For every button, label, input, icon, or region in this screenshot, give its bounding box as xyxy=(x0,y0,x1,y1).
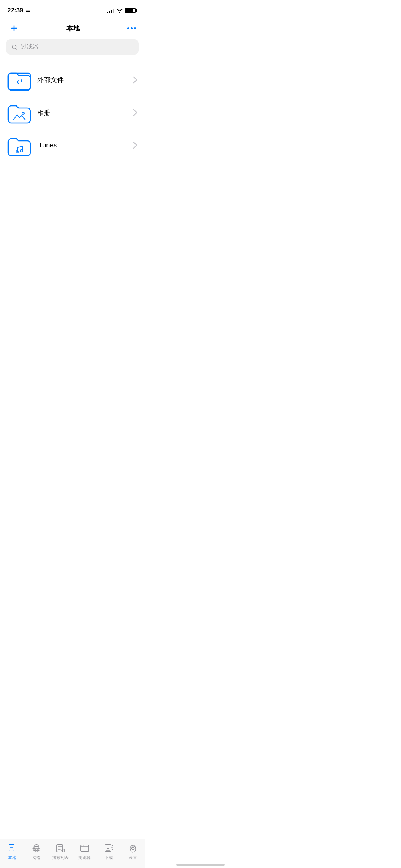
search-icon xyxy=(11,44,18,51)
search-bar[interactable]: 过滤器 xyxy=(6,39,139,55)
list-item-album[interactable]: 相册 xyxy=(0,96,145,129)
file-list: 外部文件 相册 i xyxy=(0,61,145,165)
battery-icon xyxy=(125,8,137,13)
search-container: 过滤器 xyxy=(0,39,145,61)
wifi-icon xyxy=(116,8,123,13)
svg-point-3 xyxy=(16,151,18,153)
list-item-itunes[interactable]: iTunes xyxy=(0,129,145,162)
chevron-right-icon-itunes xyxy=(133,142,137,149)
signal-icon xyxy=(107,8,114,13)
nav-bar: 本地 xyxy=(0,19,145,39)
chevron-right-icon xyxy=(133,76,137,84)
item-label-itunes: iTunes xyxy=(37,142,127,149)
item-label-album: 相册 xyxy=(37,108,127,117)
more-button[interactable] xyxy=(126,26,137,31)
chevron-right-icon-album xyxy=(133,109,137,116)
status-bar: 22:39 🛏 xyxy=(0,0,145,19)
folder-icon-external xyxy=(7,68,31,92)
folder-icon-itunes xyxy=(7,133,31,157)
list-item-external-files[interactable]: 外部文件 xyxy=(0,64,145,96)
page-title: 本地 xyxy=(66,24,80,33)
status-time: 22:39 xyxy=(7,7,23,14)
folder-icon-album xyxy=(7,101,31,124)
add-button[interactable] xyxy=(7,22,21,35)
svg-point-4 xyxy=(20,150,23,152)
search-placeholder: 过滤器 xyxy=(21,43,39,51)
svg-point-2 xyxy=(22,112,24,114)
status-icons xyxy=(107,8,137,13)
bed-icon: 🛏 xyxy=(25,7,31,14)
item-label-external-files: 外部文件 xyxy=(37,75,127,84)
